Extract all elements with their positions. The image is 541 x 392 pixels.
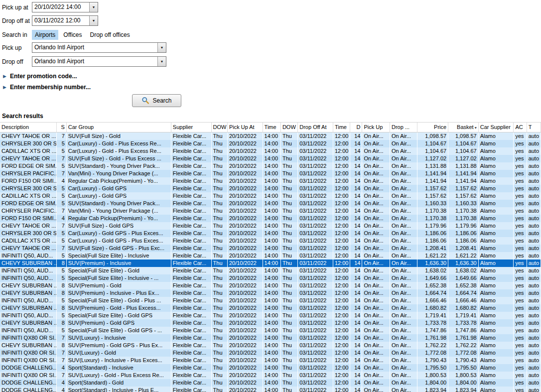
result-row[interactable]: FORD F150 OR SIMI...4Regular Cab Pickup(… xyxy=(0,215,541,222)
column-header-pickup_time[interactable]: Time xyxy=(263,123,280,132)
result-row[interactable]: DODGE CHALLENG...4Sport(Standard) - Incl… xyxy=(0,387,541,392)
result-row[interactable]: CHEVY TAHOE OR ...7SUV(Full Size) - Gold… xyxy=(0,222,541,230)
cell-pickup_location: On Air... xyxy=(362,289,390,297)
result-row[interactable]: INFINITI Q50, AUD...5Special(Full Size E… xyxy=(0,312,541,319)
result-row[interactable]: CHEVY SUBURBAN ...8SUV(Premium) - Gold G… xyxy=(0,319,541,327)
result-row[interactable]: CHEVY SUBURBAN ...8SUV(Premium) - GoldFl… xyxy=(0,282,541,289)
cell-pickup_dow: Thu xyxy=(211,132,227,140)
cell-pickup_location: On Air... xyxy=(362,304,390,312)
column-header-dropoff_time[interactable]: Time xyxy=(333,123,350,132)
cell-pickup_dow: Thu xyxy=(211,230,227,237)
result-row[interactable]: INFINITI Q50, AUD...5Special(Full Size E… xyxy=(0,267,541,274)
dropoff-location-combobox[interactable]: Orlando Intl Airport ▼ xyxy=(32,56,166,67)
cell-days: 14 xyxy=(350,319,362,327)
result-row[interactable]: CHEVY TAHOE OR ...7SUV(Full Size) - Gold… xyxy=(0,132,541,140)
cell-pickup_dow: Thu xyxy=(211,147,227,155)
cell-seats: 7 xyxy=(56,222,66,230)
cell-car_group: SUV(Premium) - Gold GPS - Plus Ex... xyxy=(66,342,171,349)
cell-dropoff_time: 12:00 xyxy=(333,162,350,170)
column-header-transmission[interactable]: T xyxy=(527,123,541,132)
cell-price: 1,772.08 xyxy=(417,349,448,357)
result-row[interactable]: INFINITI QX80 OR SI...7SUV(Luxury) - Gol… xyxy=(0,372,541,379)
chevron-down-icon[interactable]: ▼ xyxy=(157,43,166,52)
result-row[interactable]: CHRYSLER 300 OR S...5Car(Luxury) - Gold … xyxy=(0,185,541,192)
result-row[interactable]: CHRYSLER 300 OR S...5Car(Luxury) - Gold … xyxy=(0,230,541,237)
cell-pickup_date: 20/10/2022 xyxy=(227,364,263,372)
cell-car_supplier: Alamo xyxy=(478,327,514,334)
column-header-car_supplier[interactable]: Car Supplier xyxy=(478,123,514,132)
result-row[interactable]: CADILLAC XTS OR ...5Car(Luxury) - Gold G… xyxy=(0,237,541,245)
cell-pickup_location: On Air... xyxy=(362,267,390,274)
column-header-supplier[interactable]: Supplier xyxy=(171,123,211,132)
cell-dropoff_date: 03/11/2022 xyxy=(298,274,333,282)
pickup-at-combobox[interactable]: 20/10/2022 14:00 ▼ xyxy=(32,2,98,12)
result-row[interactable]: INFINITI QX80 OR SI...7SUV(Luxury) - Inc… xyxy=(0,357,541,364)
cell-dropoff_dow: Thu xyxy=(280,312,297,319)
column-header-description[interactable]: Description xyxy=(0,123,56,132)
chevron-down-icon[interactable]: ▼ xyxy=(89,16,98,25)
cell-basket: 1,098.57 xyxy=(448,132,479,140)
cell-description: CHEVY SUBURBAN ... xyxy=(0,319,56,327)
column-header-price[interactable]: Price xyxy=(417,123,448,132)
column-header-pickup_date[interactable]: Pick Up At xyxy=(227,123,263,132)
result-row[interactable]: INFINITI Q50, AUD...5Special(Full Size E… xyxy=(0,252,541,260)
result-row[interactable]: CADILLAC XTS OR ...5Car(Luxury) - Gold -… xyxy=(0,147,541,155)
result-row[interactable]: CHEVY SUBURBAN ...8SUV(Premium) - Inclus… xyxy=(0,289,541,297)
column-header-dropoff_date[interactable]: Drop Off At xyxy=(298,123,333,132)
cell-car_supplier: Alamo xyxy=(478,334,514,342)
cell-ac: yes xyxy=(514,372,527,379)
cell-car_group: Special(Full Size Elite) - Inclusive xyxy=(66,252,171,260)
cell-pickup_location: On Air... xyxy=(362,207,390,215)
result-row[interactable]: INFINITI Q50, AUD...5Special(Full Size E… xyxy=(0,274,541,282)
result-row[interactable]: CHEVY TAHOE OR ...7SUV(Full Size) - Gold… xyxy=(0,245,541,252)
cell-car_group: Car(Luxury) - Gold - Plus Excess Re... xyxy=(66,140,171,147)
result-row[interactable]: CHEVY SUBURBAN ...8SUV(Premium) - Gold -… xyxy=(0,304,541,312)
tab-airports[interactable]: Airports xyxy=(32,30,58,40)
result-row[interactable]: DODGE CHALLENG...4Sport(Standard) - Incl… xyxy=(0,364,541,372)
cell-transmission: auto xyxy=(527,132,541,140)
search-button[interactable]: Search xyxy=(132,94,181,107)
tab-offices[interactable]: Offices xyxy=(60,30,85,40)
cell-car_supplier: Alamo xyxy=(478,177,514,185)
column-header-seats[interactable]: S xyxy=(56,123,66,132)
result-row[interactable]: INFINITI Q50, AUD...5Special(Full Size E… xyxy=(0,297,541,304)
cell-ac: yes xyxy=(514,192,527,200)
result-row[interactable]: CHRYSLER PACIFIC...7Van(Mini) - Young Dr… xyxy=(0,170,541,177)
result-row[interactable]: CADILLAC XTS OR ...5Car(Luxury) - Gold G… xyxy=(0,192,541,200)
cell-dropoff_dow: Thu xyxy=(280,334,297,342)
result-row[interactable]: FORD EDGE OR SIM...5SUV(Standard) - Youn… xyxy=(0,162,541,170)
cell-supplier: Flexible Car... xyxy=(171,237,211,245)
chevron-down-icon[interactable]: ▼ xyxy=(157,57,166,66)
cell-price: 1,104.67 xyxy=(417,140,448,147)
result-row[interactable]: FORD F150 OR SIMI...4Regular Cab Pickup(… xyxy=(0,177,541,185)
cell-supplier: Flexible Car... xyxy=(171,140,211,147)
cell-car_group: Van(Mini) - Young Driver Package (... xyxy=(66,207,171,215)
dropoff-at-combobox[interactable]: 03/11/2022 12:00 ▼ xyxy=(32,15,98,26)
result-row[interactable]: DODGE CHALLENG...4Sport(Standard) - Gold… xyxy=(0,379,541,387)
column-header-basket[interactable]: Basket▾ xyxy=(448,123,479,132)
membership-number-expander[interactable]: ▶ Enter membership number... xyxy=(3,84,91,91)
column-header-pickup_location[interactable]: Pick Up xyxy=(362,123,390,132)
result-row[interactable]: INFINITI QX80 OR SI...7SUV(Luxury) - Gol… xyxy=(0,349,541,357)
cell-days: 14 xyxy=(350,379,362,387)
column-header-pickup_dow[interactable]: DOW xyxy=(211,123,227,132)
column-header-dropoff_dow[interactable]: DOW xyxy=(280,123,297,132)
chevron-down-icon[interactable]: ▼ xyxy=(89,2,98,12)
result-row[interactable]: CHEVY SUBURBAN ...8SUV(Premium) - Gold G… xyxy=(0,342,541,349)
result-row[interactable]: CHRYSLER 300 OR S...5Car(Luxury) - Gold … xyxy=(0,140,541,147)
column-header-dropoff_location[interactable]: Drop ... xyxy=(390,123,417,132)
result-row[interactable]: CHEVY SUBURBAN ...8SUV(Premium) - Inclus… xyxy=(0,260,541,267)
cell-description: CHEVY TAHOE OR ... xyxy=(0,222,56,230)
result-row[interactable]: INFINITI Q50, AUD...5Special(Full Size E… xyxy=(0,327,541,334)
column-header-days[interactable]: D xyxy=(350,123,362,132)
car-rental-search-window: Pick up at 20/10/2022 14:00 ▼ Drop off a… xyxy=(0,0,541,392)
result-row[interactable]: FORD EDGE OR SIM...5SUV(Standard) - Youn… xyxy=(0,200,541,207)
column-header-ac[interactable]: AC xyxy=(514,123,527,132)
result-row[interactable]: CHEVY TAHOE OR ...7SUV(Full Size) - Gold… xyxy=(0,155,541,162)
tab-dropoff-offices[interactable]: Drop off offices xyxy=(87,30,133,40)
result-row[interactable]: CHRYSLER PACIFIC...7Van(Mini) - Young Dr… xyxy=(0,207,541,215)
result-row[interactable]: INFINITI QX80 OR SI...7SUV(Luxury) - Inc… xyxy=(0,334,541,342)
column-header-car_group[interactable]: Car Group xyxy=(66,123,171,132)
pickup-location-combobox[interactable]: Orlando Intl Airport ▼ xyxy=(32,42,166,53)
promotion-code-expander[interactable]: ▶ Enter promotion code... xyxy=(3,73,77,80)
